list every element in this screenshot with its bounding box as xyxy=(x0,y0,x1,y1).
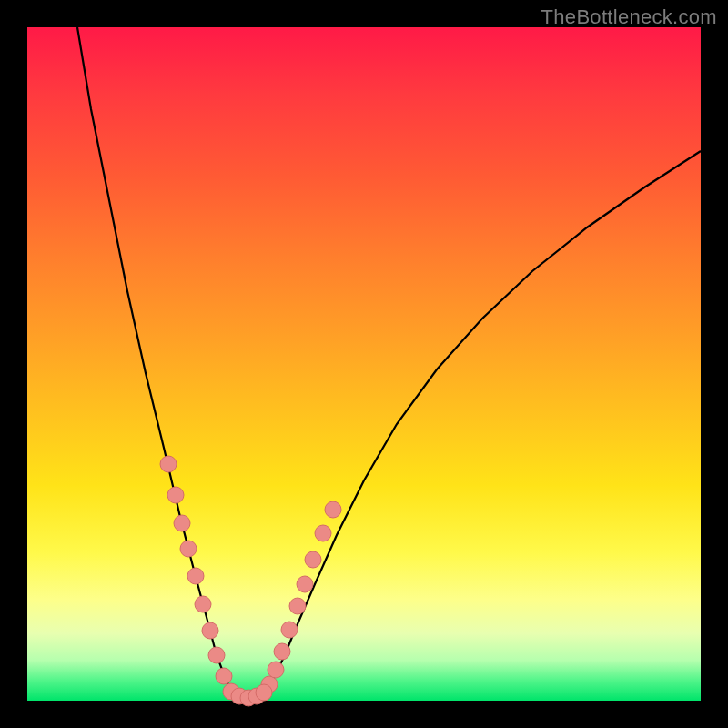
data-marker xyxy=(274,643,290,660)
data-marker xyxy=(216,668,232,684)
curve-right xyxy=(264,151,701,692)
curve-left xyxy=(77,27,232,692)
data-marker xyxy=(187,568,204,584)
watermark-label: TheBottleneck.com xyxy=(541,5,717,29)
curve-svg xyxy=(27,27,701,701)
data-marker xyxy=(202,622,218,639)
data-marker xyxy=(268,662,284,678)
data-marker xyxy=(305,551,321,568)
data-marker xyxy=(160,456,177,472)
data-marker xyxy=(289,598,306,614)
data-marker xyxy=(167,487,184,503)
data-marker xyxy=(281,622,298,638)
data-marker xyxy=(208,647,225,663)
data-marker xyxy=(256,684,272,701)
data-marker xyxy=(315,525,331,541)
data-marker xyxy=(297,576,313,592)
data-marker xyxy=(325,501,341,518)
plot-area xyxy=(27,27,701,701)
data-marker xyxy=(195,596,211,612)
marker-dots xyxy=(160,456,341,706)
data-marker xyxy=(180,541,197,557)
chart-frame: TheBottleneck.com xyxy=(0,0,728,728)
data-marker xyxy=(174,515,190,531)
